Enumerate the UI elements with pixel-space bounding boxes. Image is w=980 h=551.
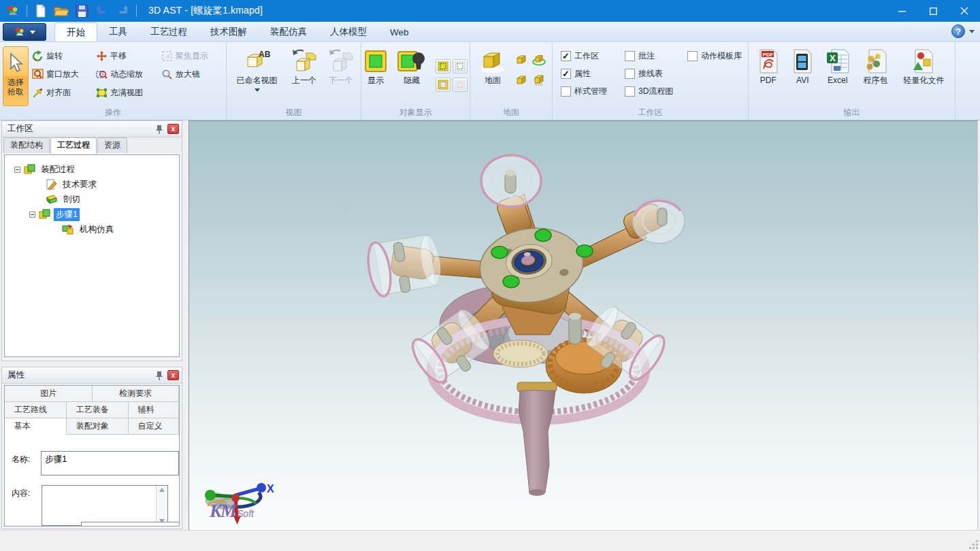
- app-menu-caret-icon: [30, 31, 35, 34]
- window-title: 3D AST - [螺旋桨1.kmapd]: [148, 5, 263, 17]
- tab-resources[interactable]: 资源: [97, 137, 127, 153]
- align-face-button[interactable]: 对齐面: [30, 86, 94, 100]
- prop-tab-process-equipment[interactable]: 工艺装备: [67, 402, 129, 418]
- tab-web[interactable]: Web: [378, 22, 421, 41]
- magnifier-button[interactable]: 放大镜: [159, 67, 223, 82]
- save-button[interactable]: [73, 3, 91, 19]
- tree-item-mechanism-simulation[interactable]: 机构仿真: [5, 222, 179, 237]
- ground-option-2-button[interactable]: [530, 49, 548, 69]
- hide-selected-button[interactable]: [436, 78, 451, 92]
- tab-process[interactable]: 工艺过程: [139, 22, 199, 41]
- new-file-button[interactable]: [32, 3, 50, 19]
- pan-button[interactable]: 平移: [94, 49, 159, 63]
- checkbox-workspace[interactable]: ✓工作区: [561, 50, 621, 62]
- checkbox-style-manager[interactable]: 样式管理: [561, 86, 621, 97]
- previous-view-button[interactable]: 上一个: [287, 45, 321, 107]
- properties-panel-title: 属性: [7, 369, 24, 381]
- prop-tab-inspection[interactable]: 检测要求: [93, 386, 179, 402]
- next-view-button[interactable]: 下一个: [324, 45, 358, 107]
- ground-option-1-button[interactable]: [512, 49, 530, 69]
- tree-item-assembly-process[interactable]: 装配过程: [5, 162, 179, 177]
- partial-input: [81, 522, 180, 527]
- app-logo-icon[interactable]: [4, 3, 22, 19]
- redo-button[interactable]: [114, 3, 131, 19]
- tab-assembly-structure[interactable]: 装配结构: [3, 137, 50, 153]
- checkbox-action-template-library[interactable]: 动作模板库: [687, 50, 742, 62]
- checkbox-mark: ✓: [561, 69, 571, 79]
- prop-tab-assembly-object[interactable]: 装配对象: [67, 418, 129, 435]
- help-button[interactable]: ?: [951, 24, 965, 38]
- tab-tech-illustration[interactable]: 技术图解: [199, 22, 259, 41]
- scroll-up-icon[interactable]: [159, 488, 165, 492]
- prop-tab-picture[interactable]: 图片: [5, 386, 93, 402]
- tab-home[interactable]: 开始: [54, 22, 97, 41]
- process-tree: 装配过程 技术要求 剖切 步骤1 机构仿真: [4, 154, 180, 357]
- open-file-button[interactable]: [52, 3, 70, 19]
- name-input[interactable]: 步骤1: [41, 451, 179, 475]
- select-pick-button[interactable]: 选择拾取: [3, 46, 29, 106]
- tab-process-flow[interactable]: 工艺过程: [50, 137, 97, 154]
- fit-view-button[interactable]: 充满视图: [94, 86, 159, 100]
- collapse-icon[interactable]: [14, 167, 20, 173]
- dynamic-zoom-button[interactable]: 动态缩放: [94, 67, 159, 82]
- ribbon-options-caret-icon[interactable]: [969, 30, 975, 33]
- focus-display-button[interactable]: 聚焦显示: [159, 49, 223, 63]
- export-lightweight-file-button[interactable]: 轻量化文件: [896, 45, 952, 107]
- checkbox-properties[interactable]: ✓属性: [561, 68, 621, 80]
- ribbon-group-object-display: 显示 隐藏 对象显示: [361, 42, 470, 120]
- minimize-button[interactable]: [886, 0, 917, 22]
- svg-text:X: X: [830, 53, 836, 63]
- show-object-button[interactable]: 显示: [361, 45, 391, 107]
- properties-panel-close-button[interactable]: x: [167, 370, 179, 380]
- named-views-button[interactable]: AB 已命名视图: [229, 45, 284, 107]
- ground-button[interactable]: 地面: [474, 45, 511, 107]
- export-excel-button[interactable]: X Excel: [820, 45, 855, 107]
- tab-assembly-simulation[interactable]: 装配仿真: [259, 22, 318, 41]
- prop-tab-process-route[interactable]: 工艺路线: [5, 402, 67, 418]
- pin-icon[interactable]: [154, 370, 165, 381]
- rotate-button[interactable]: 旋转: [30, 49, 94, 63]
- hide-all-button[interactable]: [453, 78, 468, 92]
- tree-item-step1[interactable]: 步骤1: [5, 207, 179, 222]
- undo-button[interactable]: [93, 3, 111, 19]
- resize-grip[interactable]: [968, 539, 978, 549]
- scrollbar[interactable]: [156, 486, 167, 525]
- prop-tab-auxiliary[interactable]: 辅料: [129, 402, 179, 418]
- prop-tab-basic[interactable]: 基本: [5, 418, 67, 435]
- window-zoom-button[interactable]: 窗口放大: [30, 67, 94, 82]
- checkbox-wiring-table[interactable]: 接线表: [625, 68, 683, 80]
- export-package-button[interactable]: 程序包: [856, 45, 894, 107]
- separator: [27, 5, 27, 17]
- assembly-process-icon: [24, 164, 35, 175]
- prop-tab-custom[interactable]: 自定义: [129, 418, 179, 435]
- checkbox-mark: ✓: [561, 51, 571, 61]
- close-button[interactable]: [949, 0, 980, 22]
- content-input[interactable]: [42, 486, 156, 525]
- maximize-button[interactable]: [917, 0, 949, 22]
- ribbon-group-operations: 选择拾取 旋转 平移 聚焦显示 窗口放大 动态缩放: [0, 42, 227, 120]
- show-all-button[interactable]: [453, 59, 468, 73]
- status-bar: [0, 530, 980, 551]
- group-label-workspace: 工作区: [553, 107, 748, 118]
- hide-object-button[interactable]: 隐藏: [395, 45, 429, 107]
- export-avi-button[interactable]: AVI: [787, 45, 819, 107]
- checkbox-annotation[interactable]: 批注: [625, 50, 683, 62]
- pin-icon[interactable]: [154, 124, 165, 135]
- ground-option-4-button[interactable]: [530, 69, 548, 90]
- tab-human-model[interactable]: 人体模型: [318, 22, 378, 41]
- group-label-output: 输出: [749, 107, 955, 118]
- app-menu-button[interactable]: [3, 23, 46, 41]
- show-selected-button[interactable]: [436, 59, 451, 73]
- ground-option-3-button[interactable]: [512, 69, 530, 90]
- checkbox-3d-flowchart[interactable]: 3D流程图: [625, 86, 683, 97]
- group-label-view: 视图: [227, 107, 361, 118]
- tab-tools[interactable]: 工具: [97, 22, 139, 41]
- name-label: 名称:: [12, 451, 41, 475]
- collapse-icon[interactable]: [29, 212, 35, 218]
- tree-item-tech-requirements[interactable]: 技术要求: [5, 177, 179, 192]
- tech-requirements-icon: [46, 179, 57, 190]
- export-pdf-button[interactable]: PDF PDF: [751, 45, 785, 107]
- viewport-3d[interactable]: X KMSoft: [189, 120, 978, 530]
- workspace-panel-close-button[interactable]: x: [167, 124, 179, 134]
- tree-item-section[interactable]: 剖切: [5, 192, 179, 207]
